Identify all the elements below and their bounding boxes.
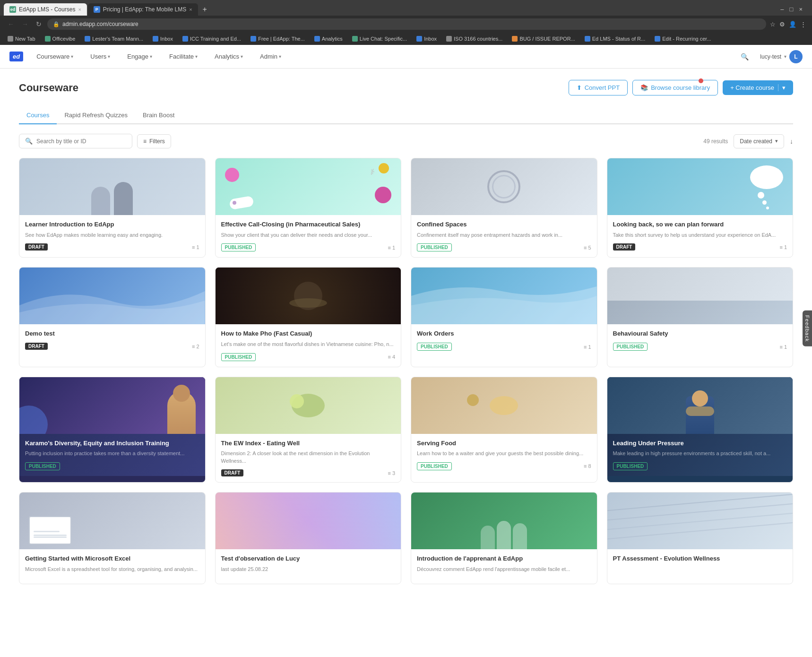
course-card-looking-back[interactable]: Looking back, so we can plan forward Tak…	[607, 158, 794, 258]
course-body: Test d'observation de Lucy last update 2…	[216, 549, 401, 583]
browser-chrome: ed EdApp LMS - Courses × P Pricing | EdA…	[0, 0, 812, 45]
close-window-button[interactable]: ×	[799, 6, 803, 13]
tab-close-pricing[interactable]: ×	[189, 7, 192, 12]
nav-users[interactable]: Users ▾	[86, 45, 114, 68]
course-card-work-orders[interactable]: Work Orders PUBLISHED ≡ 1	[411, 267, 597, 367]
course-card-serving-food[interactable]: Serving Food Learn how to be a waiter an…	[411, 377, 597, 483]
bookmark-new-tab[interactable]: New Tab	[4, 35, 39, 43]
bookmark-favicon	[446, 36, 452, 42]
course-card-pt-assessment[interactable]: PT Assessment - Evolution Wellness	[607, 492, 794, 584]
filters-button[interactable]: ≡ Filters	[137, 134, 171, 148]
header-search-icon[interactable]: 🔍	[739, 51, 751, 62]
sort-direction-icon[interactable]: ↓	[790, 138, 793, 145]
bookmark-favicon	[352, 36, 358, 42]
course-card-call-closing[interactable]: ⚕ Effective Call-Closing (in Pharmaceuti…	[215, 158, 402, 258]
tab-bar: ed EdApp LMS - Courses × P Pricing | EdA…	[0, 0, 812, 16]
course-card-intro-fr[interactable]: Introduction de l'apprenant à EdApp Déco…	[411, 492, 597, 584]
course-card-behavioural-safety[interactable]: Behavioural Safety PUBLISHED ≡ 1	[607, 267, 794, 367]
bookmark-iso[interactable]: ISO 3166 countries...	[442, 35, 506, 43]
tab-courses[interactable]: Courses	[19, 107, 57, 124]
course-card-pho[interactable]: How to Make Pho (Fast Casual) Let's make…	[215, 267, 402, 367]
course-card-confined-spaces[interactable]: Confined Spaces Confinement itself may p…	[411, 158, 597, 258]
course-title: Behavioural Safety	[613, 330, 787, 338]
extensions-icon[interactable]: ⚙	[779, 21, 785, 28]
minimize-button[interactable]: –	[780, 6, 784, 13]
bookmark-favicon	[585, 36, 590, 42]
user-dropdown[interactable]: lucy-test ▾ L	[760, 50, 803, 63]
course-thumb-demo-test	[19, 268, 205, 324]
create-course-dropdown-arrow[interactable]: ▾	[778, 84, 786, 91]
bookmark-officevibe[interactable]: Officevibe	[41, 35, 79, 43]
nav-analytics[interactable]: Analytics ▾	[211, 45, 247, 68]
nav-facilitate[interactable]: Facilitate ▾	[165, 45, 201, 68]
bookmark-analytics[interactable]: Analytics	[311, 35, 346, 43]
create-course-button[interactable]: + Create course ▾	[723, 80, 793, 95]
address-bar: ← → ↻ 🔒 admin.edapp.com/courseware ☆ ⚙ 👤…	[0, 16, 812, 33]
nav-engage[interactable]: Engage ▾	[123, 45, 156, 68]
maximize-button[interactable]: □	[790, 6, 794, 13]
bookmark-label: Inbox	[424, 36, 437, 42]
tab-rapid-refresh[interactable]: Rapid Refresh Quizzes	[57, 107, 135, 124]
bookmark-label: ISO 3166 countries...	[454, 36, 502, 42]
nav-admin[interactable]: Admin ▾	[256, 45, 285, 68]
bookmark-inbox1[interactable]: Inbox	[149, 35, 177, 43]
bookmark-favicon	[416, 36, 422, 42]
course-card-diversity[interactable]: Karamo's Diversity, Equity and Inclusion…	[19, 377, 206, 483]
tab-pricing[interactable]: P Pricing | EdApp: The Mobile LMS ×	[88, 3, 198, 16]
nav-courseware[interactable]: Courseware ▾	[33, 45, 77, 68]
course-body: Karamo's Diversity, Equity and Inclusion…	[19, 434, 205, 476]
bookmark-lester[interactable]: Lester's Team Mann...	[81, 35, 147, 43]
nav-facilitate-chevron: ▾	[195, 54, 198, 59]
sort-button[interactable]: Date created ▾	[734, 134, 784, 148]
tab-close-edapp[interactable]: ×	[78, 7, 81, 12]
course-card-lucy-test[interactable]: Test d'observation de Lucy last update 2…	[215, 492, 402, 584]
bookmark-favicon	[655, 36, 660, 42]
course-card-excel[interactable]: Getting Started with Microsoft Excel Mic…	[19, 492, 206, 584]
course-title: Leading Under Pressure	[613, 440, 787, 448]
course-card-eating-well[interactable]: The EW Index - Eating Well Dimension 2: …	[215, 377, 402, 483]
browse-library-button[interactable]: 📚 Browse course library	[632, 80, 718, 95]
search-input[interactable]	[36, 138, 126, 145]
new-tab-button[interactable]: +	[199, 5, 211, 14]
convert-ppt-button[interactable]: ⬆ Convert PPT	[569, 80, 628, 95]
bookmark-label: BUG / ISSUE REPOR...	[519, 36, 575, 42]
bookmark-status[interactable]: Ed LMS - Status of R...	[581, 35, 649, 43]
bookmark-livechat[interactable]: Live Chat: Specific...	[348, 35, 411, 43]
app-logo[interactable]: ed	[9, 52, 23, 61]
bookmark-icc[interactable]: ICC Training and Ed...	[179, 35, 245, 43]
course-thumb-intro-fr	[411, 493, 597, 549]
course-body: Effective Call-Closing (in Pharmaceutica…	[216, 215, 401, 257]
app-header: ed Courseware ▾ Users ▾ Engage ▾ Facilit…	[0, 45, 812, 69]
course-thumb-learner-intro	[19, 158, 205, 215]
tab-edapp[interactable]: ed EdApp LMS - Courses ×	[4, 3, 87, 16]
course-card-demo-test[interactable]: Demo test DRAFT ≡ 2	[19, 267, 206, 367]
course-card-leading-under-pressure[interactable]: Leading Under Pressure Make leading in h…	[607, 377, 794, 483]
status-badge: PUBLISHED	[417, 343, 452, 351]
course-thumb-leading-under-pressure	[607, 377, 793, 434]
status-badge: DRAFT	[25, 343, 48, 350]
back-button[interactable]: ←	[6, 19, 16, 29]
bookmark-favicon	[45, 36, 51, 42]
tab-rapid-refresh-label: Rapid Refresh Quizzes	[64, 112, 128, 119]
search-box[interactable]: 🔍	[19, 134, 132, 148]
bookmark-bug[interactable]: BUG / ISSUE REPOR...	[508, 35, 579, 43]
course-card-learner-intro[interactable]: Learner Introduction to EdApp See how Ed…	[19, 158, 206, 258]
profile-icon[interactable]: 👤	[789, 21, 796, 28]
bookmark-free-edapp[interactable]: Free | EdApp: The...	[247, 35, 309, 43]
bookmark-label: Officevibe	[52, 36, 76, 42]
tab-brain-boost[interactable]: Brain Boost	[135, 107, 182, 124]
course-title: Confined Spaces	[417, 221, 591, 229]
bookmark-label: Edit - Recurring cer...	[662, 36, 711, 42]
bookmark-inbox2[interactable]: Inbox	[413, 35, 441, 43]
feedback-sidebar[interactable]: Feedback	[803, 311, 812, 346]
convert-ppt-label: Convert PPT	[585, 84, 620, 91]
reload-button[interactable]: ↻	[34, 19, 43, 29]
url-bar[interactable]: 🔒 admin.edapp.com/courseware	[47, 18, 766, 30]
bookmark-star-icon[interactable]: ☆	[770, 21, 776, 28]
course-body: Serving Food Learn how to be a waiter an…	[411, 434, 597, 476]
forward-button[interactable]: →	[20, 19, 30, 29]
course-desc: See how EdApp makes mobile learning easy…	[25, 232, 199, 239]
course-title: Test d'observation de Lucy	[221, 555, 396, 563]
bookmark-edit[interactable]: Edit - Recurring cer...	[651, 35, 715, 43]
menu-icon[interactable]: ⋮	[800, 21, 806, 28]
